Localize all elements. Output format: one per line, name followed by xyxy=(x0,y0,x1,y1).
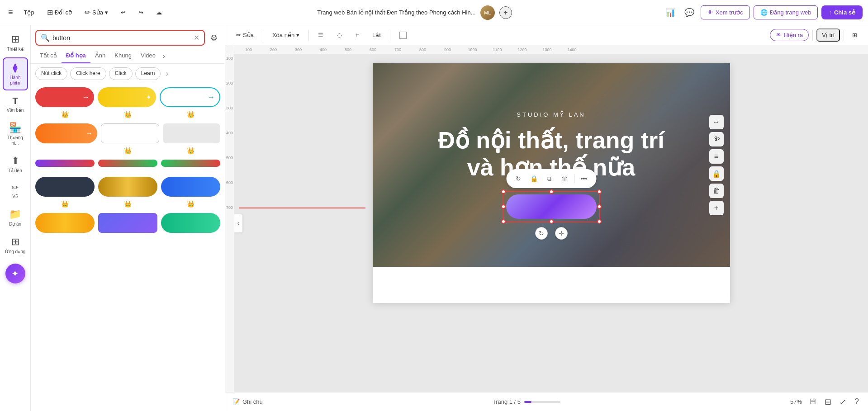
sidebar-item-van-ban[interactable]: T Văn bản xyxy=(3,92,28,117)
tab-more-button[interactable]: › xyxy=(160,49,168,63)
tab-anh[interactable]: Ảnh xyxy=(90,48,110,63)
progress-bar-track[interactable] xyxy=(524,401,560,403)
share-button[interactable]: ↑ Chia sẻ xyxy=(821,5,863,19)
context-lock-button[interactable]: 🔒 xyxy=(527,172,541,185)
element-red-arrow-button[interactable] xyxy=(35,87,94,107)
zoom-level-label[interactable]: 57% xyxy=(790,398,802,405)
ruler-top: 100 200 300 400 500 600 700 800 900 1000… xyxy=(234,45,868,54)
side-tool-lock[interactable]: 🔒 xyxy=(709,166,724,181)
tab-video[interactable]: Video xyxy=(136,48,160,63)
handle-top-left[interactable] xyxy=(501,189,506,194)
layout-view-button[interactable]: ⊟ xyxy=(823,395,833,409)
canvas-bg[interactable]: ‹ xyxy=(234,54,868,392)
panel-collapse-button[interactable]: ‹ xyxy=(234,214,242,232)
sidebar-item-hanh-phan[interactable]: ⧫ Hành phần xyxy=(3,57,28,90)
ruler-num: 1100 xyxy=(485,47,510,52)
move-handle[interactable]: ✛ xyxy=(555,227,568,240)
sidebar-item-ve[interactable]: ✏ Vẽ xyxy=(3,179,28,203)
fullscreen-button[interactable]: ⤢ xyxy=(838,395,848,409)
context-delete-button[interactable]: 🗑 xyxy=(558,172,571,185)
element-gradient-green-red[interactable] xyxy=(161,160,220,167)
chip-click[interactable]: Click xyxy=(109,67,133,80)
side-tool-delete[interactable]: 🗑 xyxy=(709,184,724,198)
tab-tat-ca[interactable]: Tất cả xyxy=(35,48,62,63)
element-blue-pill[interactable] xyxy=(161,177,220,197)
chip-learn[interactable]: Learn xyxy=(135,67,161,80)
handle-top-middle[interactable] xyxy=(549,189,554,194)
comments-button[interactable]: 💬 xyxy=(682,5,697,20)
element-dark-pill[interactable] xyxy=(35,177,95,197)
element-orange-button[interactable] xyxy=(35,123,97,143)
rotate-handle[interactable]: ↻ xyxy=(535,227,548,240)
edit-button[interactable]: ✏ Sửa ▾ xyxy=(80,5,113,19)
element-yellow-sparkle-button[interactable] xyxy=(98,87,157,107)
tab-do-hoa[interactable]: Đồ họa xyxy=(62,48,90,63)
toolbar-corners-button[interactable]: ◌ xyxy=(332,29,346,41)
side-tool-layers[interactable]: ≡ xyxy=(709,149,724,164)
element-amber-gradient[interactable] xyxy=(35,213,95,233)
element-gradient-purple-red[interactable] xyxy=(35,160,95,167)
element-light-gray-button[interactable] xyxy=(163,123,220,143)
context-duplicate-button[interactable]: ⧉ xyxy=(542,172,556,185)
add-collaborator-button[interactable]: + xyxy=(499,6,512,19)
toolbar-show-button[interactable]: 👁 Hiện ra xyxy=(770,29,809,41)
notes-button[interactable]: 📝 Ghi chú xyxy=(232,398,263,405)
resize-button[interactable]: ⊞ Đổi cỡ xyxy=(43,5,76,19)
toolbar-remove-bg-button[interactable]: Xóa nền ▾ xyxy=(268,29,304,41)
element-gradient-red-green[interactable] xyxy=(98,160,157,167)
handle-middle-right[interactable] xyxy=(597,204,602,209)
file-menu-button[interactable]: Tệp xyxy=(19,6,39,19)
chip-nut-click[interactable]: Nút click xyxy=(35,67,67,80)
redo-button[interactable]: ↪ xyxy=(134,6,148,19)
publish-button[interactable]: 🌐 Đăng trang web xyxy=(754,5,818,19)
crown-badge-9: 👑 xyxy=(161,200,220,208)
toolbar-align-button[interactable]: ☰ xyxy=(313,29,328,41)
handle-top-right[interactable] xyxy=(597,189,602,194)
search-clear-button[interactable]: ✕ xyxy=(194,33,199,42)
chips-more-icon[interactable]: › xyxy=(163,67,170,80)
desktop-view-button[interactable]: 🖥 xyxy=(806,395,818,408)
menu-icon[interactable]: ≡ xyxy=(5,5,16,20)
sidebar-item-du-an[interactable]: 📁 Dự án xyxy=(3,205,28,231)
handle-middle-left[interactable] xyxy=(501,204,506,209)
search-filter-button[interactable]: ⚙ xyxy=(208,30,220,46)
side-tool-add[interactable]: + xyxy=(709,201,724,215)
grid-icon xyxy=(399,32,407,39)
element-green-gradient[interactable] xyxy=(161,213,220,233)
side-tool-eye[interactable]: 👁 xyxy=(709,132,724,146)
toolbar-crop-button[interactable]: ⌗ xyxy=(351,29,363,41)
context-rotate-button[interactable]: ↻ xyxy=(512,172,525,185)
element-indigo-purple[interactable] xyxy=(98,213,157,233)
tab-khung[interactable]: Khung xyxy=(110,48,136,63)
handle-bottom-left[interactable] xyxy=(501,219,506,224)
pencil-icon: ✏ xyxy=(236,32,241,38)
side-tool-zoom[interactable]: ↔ xyxy=(709,115,724,129)
trash-side-icon: 🗑 xyxy=(713,187,720,195)
toolbar-grid-button[interactable] xyxy=(395,29,411,41)
cloud-button[interactable]: ☁ xyxy=(152,6,166,19)
sidebar-item-thiet-ke[interactable]: ⊞ Thiết kế xyxy=(3,30,28,56)
handle-bottom-middle[interactable] xyxy=(549,219,554,224)
element-white-border-button[interactable] xyxy=(101,123,159,143)
toolbar-position-button[interactable]: Vị trí xyxy=(816,28,840,42)
avatar[interactable]: ML xyxy=(480,5,495,20)
handle-bottom-right[interactable] xyxy=(597,219,602,224)
toolbar-flip-button[interactable]: Lật xyxy=(368,29,385,41)
element-blue-outline-button[interactable] xyxy=(160,87,220,107)
canvas-main-row: 100 200 300 400 500 600 700 ‹ xyxy=(225,54,868,392)
toolbar-more-button[interactable]: ⊞ xyxy=(848,29,862,41)
context-more-button[interactable]: ••• xyxy=(577,172,591,185)
page-progress xyxy=(524,401,560,403)
help-button[interactable]: ? xyxy=(853,395,861,408)
sidebar-item-thuong-hi[interactable]: 🏪 Thương hi... xyxy=(3,118,28,150)
search-input[interactable] xyxy=(52,34,191,42)
chip-click-here[interactable]: Click here xyxy=(70,67,106,80)
magic-button[interactable]: ✦ xyxy=(5,264,25,283)
sidebar-item-ung-dung[interactable]: ⊞ Ứng dụng xyxy=(3,232,28,258)
preview-button[interactable]: 👁 Xem trước xyxy=(701,5,750,19)
toolbar-edit-button[interactable]: ✏ Sửa xyxy=(232,29,258,41)
element-gold-pill[interactable] xyxy=(98,177,157,197)
undo-button[interactable]: ↩ xyxy=(116,6,130,19)
analytics-button[interactable]: 📊 xyxy=(663,5,678,20)
sidebar-item-tai-len[interactable]: ⬆ Tải lên xyxy=(3,151,28,177)
